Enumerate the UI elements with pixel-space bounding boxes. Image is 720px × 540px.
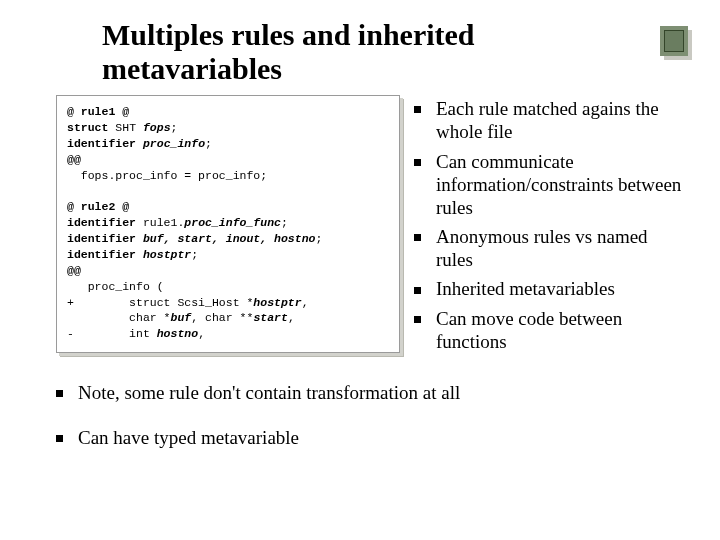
code-kw: identifier [67,216,136,229]
list-item: Each rule matched agains the whole file [414,97,684,143]
list-item: Can move code between functions [414,307,684,353]
code-text: , [302,296,309,309]
list-item-text: Inherited metavariables [436,278,615,299]
code-text: SHT [108,121,143,134]
list-item-text: Can move code between functions [436,308,622,352]
code-text: char * [67,311,171,324]
list-item-text: Note, some rule don't contain transforma… [78,382,460,403]
code-ident: proc_info [143,137,205,150]
two-column-layout: @ rule1 @ struct SHT fops; identifier pr… [56,95,684,359]
list-item: Anonymous rules vs named rules [414,225,684,271]
code-text: rule1. [136,216,184,229]
list-item: Can have typed metavariable [56,426,684,451]
code-kw: struct [67,121,108,134]
code-text: ; [205,137,212,150]
code-line: fops.proc_info = proc_info; [67,169,267,182]
decorative-corner-box [660,26,688,56]
code-text: ; [171,121,178,134]
code-kw: identifier [67,137,136,150]
list-item-text: Anonymous rules vs named rules [436,226,648,270]
slide-title: Multiples rules and inherited metavariab… [102,18,684,85]
list-item-text: Can communicate information/constraints … [436,151,681,218]
code-kw: identifier [67,232,136,245]
list-item: Inherited metavariables [414,277,684,300]
code-text [136,232,143,245]
code-ident: hostptr [253,296,301,309]
code-text [136,137,143,150]
code-line: @@ [67,153,81,166]
code-ident: hostptr [143,248,191,261]
code-line: @ rule1 @ [67,105,129,118]
code-line: proc_info ( [67,280,164,293]
code-text [136,248,143,261]
code-kw: identifier [67,248,136,261]
code-text: - int [67,327,157,340]
code-ident: buf [171,311,192,324]
list-item-text: Can have typed metavariable [78,427,299,448]
slide: Multiples rules and inherited metavariab… [0,0,720,540]
list-item: Can communicate information/constraints … [414,150,684,220]
code-ident: buf, start, inout, hostno [143,232,316,245]
code-text: , [288,311,295,324]
code-text: ; [281,216,288,229]
code-line: @ rule2 @ [67,200,129,213]
code-ident: proc_info_func [184,216,281,229]
list-item-text: Each rule matched agains the whole file [436,98,659,142]
lower-bullet-list: Note, some rule don't contain transforma… [56,381,684,450]
code-text: ; [191,248,198,261]
code-line: @@ [67,264,81,277]
code-ident: start [253,311,288,324]
code-block: @ rule1 @ struct SHT fops; identifier pr… [56,95,400,353]
code-text: , [198,327,205,340]
list-item: Note, some rule don't contain transforma… [56,381,684,406]
code-text: + struct Scsi_Host * [67,296,253,309]
right-bullet-list: Each rule matched agains the whole file … [414,95,684,359]
code-ident: hostno [157,327,198,340]
code-text: , char ** [191,311,253,324]
code-ident: fops [143,121,171,134]
code-text: ; [315,232,322,245]
